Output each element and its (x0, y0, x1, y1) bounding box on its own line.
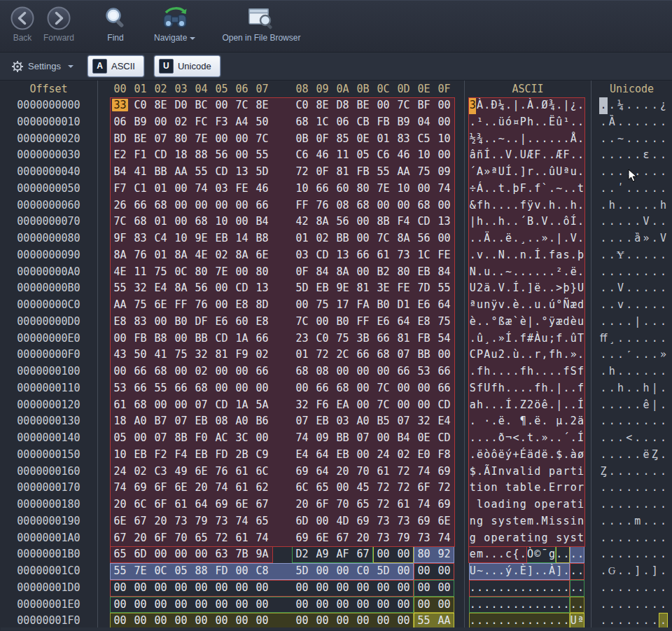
hex-byte[interactable]: 66 (252, 197, 272, 214)
ascii-char[interactable]: ½ (469, 131, 476, 148)
ascii-char[interactable]: . (498, 563, 505, 580)
hex-byte[interactable]: 10 (414, 147, 434, 164)
hex-byte[interactable]: 00 (171, 331, 191, 347)
ascii-char[interactable]: ¬ (505, 430, 512, 447)
hex-byte[interactable]: 07 (191, 397, 211, 414)
ascii-char[interactable]: d (577, 297, 584, 314)
hex-byte[interactable]: 66 (130, 197, 150, 214)
hex-byte[interactable]: 7E (211, 264, 232, 281)
unicode-char[interactable]: . (625, 230, 634, 247)
hex-byte[interactable]: 08 (312, 363, 332, 380)
ascii-char[interactable]: ¾ (476, 131, 483, 148)
ascii-char[interactable]: . (577, 131, 584, 148)
ascii-char[interactable]: . (512, 164, 519, 181)
hex-byte[interactable]: 00 (353, 230, 373, 247)
unicode-char[interactable]: . (616, 497, 624, 513)
ascii-char[interactable]: o (570, 480, 577, 497)
hex-byte[interactable]: 13 (434, 214, 454, 230)
ascii-char[interactable]: | (556, 397, 563, 414)
ascii-char[interactable]: ë (534, 280, 541, 297)
ascii-char[interactable]: . (556, 131, 563, 148)
unicode-char[interactable]: . (608, 97, 616, 114)
ascii-char[interactable]: û (556, 114, 563, 131)
hex-byte[interactable]: 0E (353, 131, 373, 148)
unicode-char[interactable]: | (650, 397, 659, 414)
hex-byte[interactable]: A4 (232, 114, 252, 131)
unicode-char[interactable]: . (634, 380, 642, 397)
ascii-char[interactable]: i (526, 464, 533, 480)
hex-byte[interactable]: 00 (373, 363, 393, 380)
ascii-char[interactable]: . (469, 580, 476, 597)
ascii-char[interactable]: s (570, 530, 577, 547)
ascii-char[interactable] (548, 530, 555, 547)
settings-button[interactable]: Settings (6, 57, 79, 76)
ascii-char[interactable]: . (505, 580, 512, 597)
unicode-char[interactable]: . (642, 363, 650, 380)
ascii-char[interactable]: ` (512, 314, 519, 331)
ascii-char[interactable]: S (570, 363, 577, 380)
ascii-char[interactable]: d (563, 314, 570, 331)
hex-byte[interactable]: 00 (211, 297, 232, 314)
ascii-char[interactable]: U (498, 164, 505, 181)
unicode-char[interactable]: . (642, 280, 650, 297)
hex-byte[interactable]: 64 (191, 497, 211, 513)
hex-byte[interactable]: 81 (353, 280, 373, 297)
unicode-char[interactable]: . (625, 530, 634, 547)
hex-byte[interactable]: 00 (353, 580, 373, 597)
hex-byte[interactable]: 2B (232, 447, 252, 464)
hex-byte[interactable]: 1C (414, 247, 434, 264)
hex-byte[interactable]: 07 (171, 413, 191, 430)
unicode-char[interactable]: . (599, 497, 608, 513)
hex-byte[interactable]: 3C (232, 430, 252, 447)
hex-byte[interactable]: 10 (292, 181, 312, 197)
ascii-char[interactable]: . (526, 264, 533, 281)
unicode-char[interactable]: . (599, 347, 608, 363)
hex-byte[interactable]: 0F (312, 164, 332, 181)
ascii-char[interactable]: . (505, 280, 512, 297)
hex-byte[interactable]: 66 (373, 331, 393, 347)
ascii-char[interactable]: U (484, 380, 491, 397)
hex-byte[interactable]: 20 (191, 480, 211, 497)
hex-byte[interactable]: B6 (252, 413, 272, 430)
ascii-char[interactable]: 2 (526, 397, 533, 414)
hex-byte[interactable]: C4 (150, 230, 171, 247)
ascii-char[interactable]: . (548, 580, 555, 597)
hex-byte[interactable]: 7E (191, 131, 211, 148)
hex-byte[interactable]: 61 (232, 530, 252, 547)
ascii-char[interactable]: . (491, 247, 498, 264)
unicode-char[interactable]: . (634, 430, 642, 447)
ascii-char[interactable]: . (505, 297, 512, 314)
ascii-char[interactable]: f (577, 363, 584, 380)
hex-byte[interactable]: 56 (191, 280, 211, 297)
hex-byte[interactable]: C8 (252, 563, 272, 580)
hex-byte[interactable]: FB (373, 114, 393, 131)
hex-byte[interactable]: 00 (353, 597, 373, 613)
ascii-char[interactable]: . (534, 580, 541, 597)
unicode-char[interactable]: . (616, 197, 624, 214)
unicode-char[interactable]: . (599, 397, 608, 414)
ascii-char[interactable]: a (556, 247, 563, 264)
ascii-char[interactable]: F (563, 147, 570, 164)
hex-byte[interactable]: 00 (232, 197, 252, 214)
ascii-char[interactable]: A (484, 347, 491, 363)
ascii-char[interactable]: . (526, 181, 533, 197)
ascii-char[interactable]: . (526, 297, 533, 314)
hex-byte[interactable]: 3E (373, 280, 393, 297)
hex-byte[interactable]: 00 (373, 580, 393, 597)
ascii-char[interactable]: n (577, 513, 584, 530)
hex-byte[interactable]: 20 (332, 464, 353, 480)
ascii-char[interactable]: . (491, 430, 498, 447)
ascii-char[interactable]: ] (519, 164, 526, 181)
unicode-char[interactable]: ë (642, 447, 650, 464)
unicode-char[interactable]: h (642, 380, 650, 397)
hex-byte[interactable]: F9 (232, 347, 252, 363)
hex-byte[interactable]: 69 (211, 497, 232, 513)
ascii-char[interactable]: . (498, 363, 505, 380)
ascii-char[interactable]: n (519, 247, 526, 264)
hex-byte[interactable]: 80 (191, 264, 211, 281)
hex-byte[interactable]: FB (353, 164, 373, 181)
ascii-char[interactable]: N (498, 247, 505, 264)
ascii-char[interactable] (476, 530, 483, 547)
unicode-char[interactable]: . (599, 297, 608, 314)
unicode-char[interactable]: . (625, 131, 634, 148)
